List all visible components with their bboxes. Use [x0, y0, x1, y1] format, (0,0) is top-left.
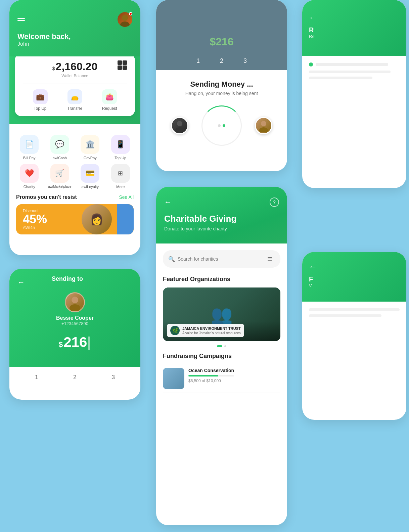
discount-percent: 45% — [23, 213, 47, 225]
amount-dollar: $ — [59, 340, 63, 349]
info-line-2 — [309, 77, 372, 79]
billpay-icon: 📄 — [20, 135, 39, 154]
awicash-label: awiCash — [53, 156, 67, 160]
app-topup[interactable]: 📱 Top Up — [107, 135, 134, 160]
topup-icon: 💼 — [33, 89, 48, 104]
featured-org-card[interactable]: 👥 🌿 JAMAICA ENVIRONMENT TRUST A voice fo… — [163, 287, 280, 341]
sending-subtitle: Hang on, your money is being sent — [164, 91, 279, 96]
phone3-steps: 1 2 3 — [17, 374, 132, 381]
svg-point-6 — [72, 297, 78, 303]
promo-image: 👩 — [80, 204, 113, 234]
phone1-home: Welcome back, John $2,160.20 Wallet Bala… — [9, 0, 140, 255]
see-all-link[interactable]: See All — [119, 194, 134, 200]
app-charity[interactable]: ❤️ Charity — [16, 164, 43, 189]
svg-point-4 — [261, 121, 266, 126]
charity-title: Charitable Giving — [164, 214, 279, 224]
govpay-icon: 🏛️ — [81, 135, 99, 154]
more-icon: ⊞ — [111, 164, 130, 183]
phone5-title: R — [309, 26, 400, 34]
more-label: More — [116, 185, 125, 189]
progress-dots — [218, 124, 225, 127]
phone5-back[interactable]: ← — [309, 13, 400, 22]
fundraise-card-1[interactable]: Ocean Conservation $6,500 of $10,000 — [163, 364, 280, 393]
carousel-dots — [163, 345, 280, 347]
step-3: 3 — [243, 57, 247, 64]
search-bar[interactable]: 🔍 ☰ — [163, 250, 280, 268]
menu-icon[interactable] — [17, 18, 25, 21]
amount-section: $216| — [17, 334, 132, 350]
step-1: 1 — [196, 57, 200, 64]
promos-title: Promos you can't resist — [16, 194, 77, 200]
request-action[interactable]: 👛 Request — [102, 89, 117, 111]
request-label: Request — [102, 106, 117, 111]
currency-symbol: $ — [52, 66, 55, 71]
steps-row: 1 2 3 — [156, 52, 287, 70]
svg-point-5 — [259, 127, 268, 132]
phone5-header: ← R Re — [302, 0, 406, 56]
app-more[interactable]: ⊞ More — [107, 164, 134, 189]
topup-app-icon: 📱 — [111, 135, 130, 154]
app-loyalty[interactable]: 💳 awiLoyalty — [77, 164, 103, 189]
recipient-section: Bessie Cooper +1234567890 — [17, 292, 132, 326]
charity-label: Charity — [24, 185, 35, 189]
sending-animation — [164, 105, 279, 146]
dot-2 — [223, 124, 225, 127]
loyalty-label: awiLoyalty — [82, 185, 99, 189]
phone5-body — [302, 56, 406, 89]
notification-dot — [129, 12, 132, 15]
promo-text: Discount 45% AWI45 — [23, 209, 47, 230]
app-marketplace[interactable]: 🛒 awiMarketplace — [47, 164, 73, 189]
phone6-partial: ← F V — [302, 252, 406, 420]
profile-avatar-wrap[interactable] — [118, 12, 132, 27]
back-button[interactable]: ← — [17, 278, 25, 287]
phone1-header: Welcome back, John — [9, 0, 140, 56]
fundraise-img-1 — [163, 368, 184, 389]
charity-subtitle: Donate to your favorite charity — [164, 226, 279, 231]
charity-back-button[interactable]: ← — [164, 198, 172, 207]
phone6-subtitle: V — [309, 283, 400, 288]
awicash-icon: 💬 — [50, 135, 69, 154]
search-icon: 🔍 — [168, 256, 175, 262]
org-badge: 🌿 JAMAICA ENVIRONMENT TRUST A voice for … — [167, 324, 244, 337]
app-billpay[interactable]: 📄 Bill Pay — [16, 135, 43, 160]
phone6-title: F — [309, 275, 400, 283]
billpay-label: Bill Pay — [23, 156, 36, 160]
phone6-header: ← F V — [302, 252, 406, 302]
phone6-back[interactable]: ← — [309, 263, 400, 271]
marketplace-icon: 🛒 — [50, 164, 69, 183]
step-3: 3 — [111, 374, 115, 381]
featured-title: Featured Organizations — [163, 276, 280, 283]
back-arrow-icon: ← — [309, 13, 316, 22]
body-line-2 — [309, 314, 381, 317]
topup-action[interactable]: 💼 Top Up — [33, 89, 48, 111]
phone2-header: $216 — [156, 0, 287, 52]
balance-card: $2,160.20 Wallet Balance 💼 Top Up 👝 Tran… — [15, 54, 135, 116]
marketplace-label: awiMarketplace — [48, 185, 71, 188]
fundraising-title: Fundraising Campaigns — [163, 353, 280, 360]
welcome-text: Welcome back, — [17, 32, 132, 41]
app-awicash[interactable]: 💬 awiCash — [47, 135, 73, 160]
loyalty-icon: 💳 — [81, 164, 99, 183]
help-icon[interactable]: ? — [270, 197, 279, 207]
app-govpay[interactable]: 🏛️ GovPay — [77, 135, 103, 160]
amount-value: 216 — [63, 334, 87, 350]
balance-label: Wallet Balance — [32, 74, 118, 78]
promo-blue-strip — [117, 204, 134, 234]
fundraising-section: Fundraising Campaigns Ocean Conservation… — [163, 353, 280, 393]
balance-amount: 2,160.20 — [56, 60, 98, 73]
qr-icon[interactable] — [118, 60, 127, 70]
phone5-subtitle: Re — [309, 34, 400, 39]
recipient-name: Bessie Cooper — [56, 315, 94, 321]
phone3-header: ← Sending to Bessie Cooper +1234567890 $… — [9, 269, 140, 367]
filter-button[interactable]: ☰ — [264, 254, 275, 264]
fundraise-progress-1: $6,500 of $10,000 — [188, 379, 234, 383]
fundraise-title-1: Ocean Conservation — [188, 368, 234, 373]
promo-banner[interactable]: Discount 45% AWI45 👩 — [16, 204, 134, 234]
transfer-action[interactable]: 👝 Transfer — [67, 89, 82, 111]
phone3-sendingto: ← Sending to Bessie Cooper +1234567890 $… — [9, 269, 140, 400]
dot-1 — [218, 124, 221, 127]
recipient-phone: +1234567890 — [61, 321, 88, 326]
step-1: 1 — [35, 374, 38, 381]
search-input[interactable] — [178, 256, 262, 262]
phone1-body: 📄 Bill Pay 💬 awiCash 🏛️ GovPay 📱 Top Up … — [9, 130, 140, 240]
